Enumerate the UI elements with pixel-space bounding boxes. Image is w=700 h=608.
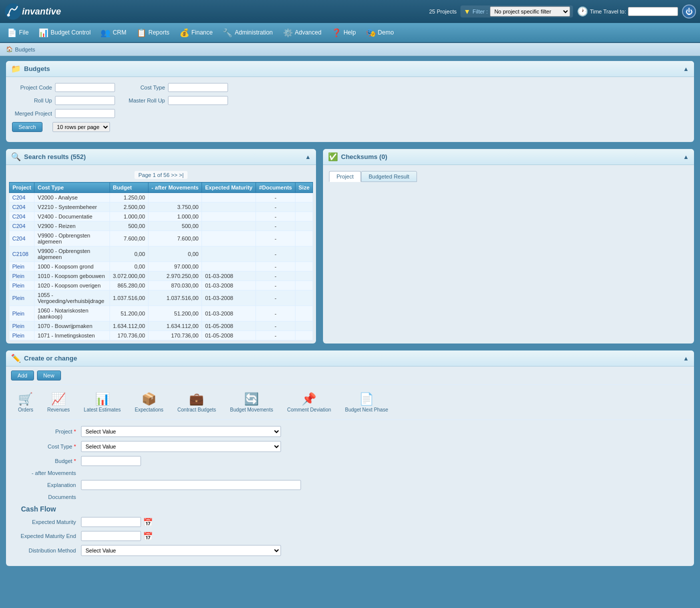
- icon-tab-contract-budgets[interactable]: 💼 Contract Budgets: [170, 389, 223, 416]
- col-expected-maturity[interactable]: Expected Maturity: [202, 182, 256, 193]
- merged-project-group: Merged Project: [12, 109, 115, 118]
- cell-project[interactable]: C2108: [10, 246, 34, 262]
- nav-reports[interactable]: 📋 Reports: [132, 25, 174, 40]
- icon-tab-comment-deviation[interactable]: 📌 Comment Deviation: [280, 389, 338, 416]
- cf-distribution-method-label: Distribution Method: [16, 548, 81, 554]
- cell-project[interactable]: C204: [10, 193, 34, 202]
- cf-expected-maturity-end-label: Expected Maturity End: [16, 533, 81, 539]
- icon-tab-budget-next-phase[interactable]: 📄 Budget Next Phase: [338, 389, 395, 416]
- merged-project-input[interactable]: [55, 109, 115, 118]
- cf-cost-type-select[interactable]: Select Value: [81, 441, 281, 452]
- search-results-panel: 🔍 Search results (552) ▲ Page 1 of 56 >>…: [6, 149, 316, 344]
- cell-cost-type: 1055 - Vergoeding/verhuisbijdrage: [34, 290, 110, 306]
- col-cost-type[interactable]: Cost Type: [34, 182, 110, 193]
- cf-expected-maturity-input[interactable]: [81, 517, 141, 527]
- cell-size: [295, 322, 312, 331]
- revenues-icon: 📈: [51, 392, 66, 406]
- table-row: Plein 1071 - Inmetingskosten 170.736,00 …: [10, 331, 313, 340]
- filter-select[interactable]: No project specific filter: [490, 6, 570, 16]
- icon-tab-latest-estimates[interactable]: 📊 Latest Estimates: [77, 389, 128, 416]
- cell-size: [295, 212, 312, 222]
- form-row-2: Roll Up Master Roll Up: [12, 96, 688, 105]
- create-panel-collapse[interactable]: ▲: [683, 355, 689, 362]
- nav-demo[interactable]: 🎭 Demo: [361, 25, 399, 40]
- cf-row-distribution-method: Distribution Method Select Value: [16, 545, 684, 556]
- cell-documents: -: [256, 222, 295, 231]
- cell-project[interactable]: C204: [10, 202, 34, 212]
- cell-expected-maturity: 01-03-2008: [202, 306, 256, 322]
- contract-budgets-icon: 💼: [189, 392, 204, 406]
- cf-expected-maturity-control: 📅: [81, 517, 281, 527]
- roll-up-input[interactable]: [55, 96, 115, 105]
- col-size[interactable]: Size: [295, 182, 312, 193]
- cf-explanation-input[interactable]: [81, 480, 301, 490]
- cell-project[interactable]: Plein: [10, 272, 34, 281]
- col-budget[interactable]: Budget: [110, 182, 148, 193]
- cell-documents: -: [256, 212, 295, 222]
- cell-expected-maturity: 01-03-2008: [202, 272, 256, 281]
- cf-expected-maturity-end-control: 📅: [81, 531, 281, 541]
- checksums-tab-budgeted-result[interactable]: Budgeted Result: [361, 171, 416, 182]
- nav-advanced[interactable]: ⚙️ Advanced: [278, 25, 326, 40]
- checksums-collapse[interactable]: ▲: [683, 154, 689, 160]
- crm-icon: 👥: [100, 28, 110, 38]
- cost-type-input[interactable]: [168, 83, 228, 92]
- cell-after-movements: 0,00: [148, 246, 202, 262]
- col-project[interactable]: Project: [10, 182, 34, 193]
- nav-finance[interactable]: 💰 Finance: [174, 25, 218, 40]
- cell-project[interactable]: C204: [10, 222, 34, 231]
- cell-expected-maturity: [202, 202, 256, 212]
- icon-tab-orders[interactable]: 🛒 Orders: [11, 389, 40, 416]
- cell-project[interactable]: Plein: [10, 306, 34, 322]
- revenues-label: Revenues: [48, 407, 70, 412]
- page-info: Page 1 of 56 >> >|: [134, 171, 188, 179]
- cell-project[interactable]: Plein: [10, 331, 34, 340]
- nav-crm[interactable]: 👥 CRM: [96, 25, 131, 40]
- cf-budget-input[interactable]: [81, 456, 141, 466]
- cf-budget-control: [81, 456, 281, 466]
- calendar-icon-1[interactable]: 📅: [143, 518, 153, 527]
- collapse-button[interactable]: ▲: [683, 66, 689, 72]
- cell-after-movements: 1.000,00: [148, 212, 202, 222]
- home-icon: 🏠: [6, 46, 13, 52]
- col-documents[interactable]: #Documents: [256, 182, 295, 193]
- master-roll-up-input[interactable]: [168, 96, 228, 105]
- table-row: C204 V2210 - Systeembeheer 2.500,00 3.75…: [10, 202, 313, 212]
- power-button[interactable]: ⏻: [682, 4, 696, 18]
- col-after-movements[interactable]: - after Movements: [148, 182, 202, 193]
- project-code-input[interactable]: [55, 83, 115, 92]
- calendar-icon-2[interactable]: 📅: [143, 532, 153, 541]
- icon-tab-expectations[interactable]: 📦 Expectations: [128, 389, 170, 416]
- nav-file[interactable]: 📄 File: [2, 25, 34, 40]
- icon-tab-budget-movements[interactable]: 🔄 Budget Movements: [223, 389, 280, 416]
- checksums-body: Project Budgeted Result: [323, 165, 694, 188]
- cf-expected-maturity-end-input[interactable]: [81, 531, 141, 541]
- finance-icon: 💰: [180, 28, 190, 38]
- cell-budget: 1.000,00: [110, 212, 148, 222]
- cell-expected-maturity: 01-05-2008: [202, 331, 256, 340]
- nav-budget-control[interactable]: 📊 Budget Control: [34, 25, 96, 40]
- checksums-header: ✅ Checksums (0) ▲: [323, 149, 694, 165]
- new-button[interactable]: New: [37, 370, 61, 380]
- icon-tab-revenues[interactable]: 📈 Revenues: [40, 389, 77, 416]
- cf-project-select[interactable]: Select Value: [81, 426, 281, 437]
- pagination: Page 1 of 56 >> >|: [9, 171, 313, 179]
- cell-project[interactable]: Plein: [10, 262, 34, 272]
- cf-distribution-method-select[interactable]: Select Value: [81, 545, 281, 556]
- nav-administration[interactable]: 🔧 Administration: [218, 25, 278, 40]
- project-code-group: Project Code: [12, 83, 115, 92]
- checksums-tab-project[interactable]: Project: [329, 171, 361, 182]
- cell-project[interactable]: C204: [10, 231, 34, 246]
- search-results-collapse[interactable]: ▲: [305, 154, 311, 160]
- nav-help[interactable]: ❓ Help: [326, 25, 361, 40]
- rows-per-page-select[interactable]: 10 rows per page 25 rows per page 50 row…: [52, 122, 110, 132]
- cell-project[interactable]: Plein: [10, 290, 34, 306]
- cell-project[interactable]: Plein: [10, 281, 34, 290]
- search-button[interactable]: Search: [12, 122, 42, 132]
- cell-project[interactable]: Plein: [10, 322, 34, 331]
- cell-project[interactable]: C204: [10, 212, 34, 222]
- filter-icon: ▼: [464, 8, 470, 16]
- add-button[interactable]: Add: [11, 370, 34, 380]
- time-travel-input[interactable]: [628, 7, 678, 16]
- cell-cost-type: V9900 - Opbrengsten algemeen: [34, 246, 110, 262]
